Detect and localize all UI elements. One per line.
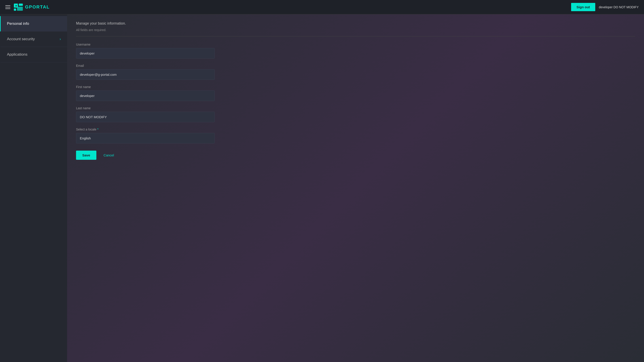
- sidebar-item-label: Applications: [7, 52, 28, 57]
- logo: GPORTAL: [14, 3, 50, 11]
- logo-text: GPORTAL: [25, 4, 50, 9]
- sidebar-item-account-security[interactable]: Account security ›: [0, 31, 67, 47]
- app-header: GPORTAL Sign out developer DO NOT MODIFY: [0, 0, 644, 14]
- svg-rect-2: [14, 8, 16, 11]
- locale-label: Select a locale*: [76, 128, 215, 131]
- svg-rect-1: [19, 3, 23, 6]
- first-name-input[interactable]: [76, 90, 215, 101]
- sidebar-item-label: Account security: [7, 37, 35, 41]
- logo-icon: [14, 3, 23, 11]
- email-group: Email: [76, 64, 215, 80]
- app-layout: Personal info Account security › Applica…: [0, 14, 644, 362]
- locale-select[interactable]: English German French: [76, 133, 215, 143]
- locale-group: Select a locale* English German French: [76, 128, 215, 143]
- first-name-label: First name: [76, 85, 215, 89]
- username-label: Username: [76, 43, 215, 46]
- header-right: Sign out developer DO NOT MODIFY: [571, 3, 639, 11]
- personal-info-form: Username Email First name Last name: [76, 43, 215, 160]
- sidebar: Personal info Account security › Applica…: [0, 14, 67, 362]
- header-left: GPORTAL: [5, 3, 50, 11]
- user-label: developer DO NOT MODIFY: [599, 5, 639, 9]
- email-input[interactable]: [76, 69, 215, 80]
- sidebar-item-label: Personal info: [7, 21, 29, 26]
- sign-out-button[interactable]: Sign out: [571, 3, 595, 11]
- page-subtitle: Manage your basic information.: [76, 21, 635, 25]
- email-label: Email: [76, 64, 215, 67]
- last-name-group: Last name: [76, 106, 215, 122]
- sidebar-item-applications[interactable]: Applications: [0, 47, 67, 62]
- sidebar-item-personal-info[interactable]: Personal info: [0, 16, 67, 31]
- chevron-right-icon: ›: [60, 37, 61, 41]
- username-group: Username: [76, 43, 215, 58]
- required-note: All fields are required.: [76, 28, 635, 32]
- divider: [76, 36, 635, 36]
- username-input[interactable]: [76, 48, 215, 58]
- form-actions: Save Cancel: [76, 151, 215, 160]
- last-name-input[interactable]: [76, 112, 215, 122]
- hamburger-menu-button[interactable]: [5, 5, 10, 9]
- main-content: Manage your basic information. All field…: [67, 14, 644, 362]
- save-button[interactable]: Save: [76, 151, 96, 160]
- first-name-group: First name: [76, 85, 215, 101]
- svg-rect-3: [17, 7, 23, 11]
- cancel-button[interactable]: Cancel: [102, 151, 116, 160]
- last-name-label: Last name: [76, 106, 215, 110]
